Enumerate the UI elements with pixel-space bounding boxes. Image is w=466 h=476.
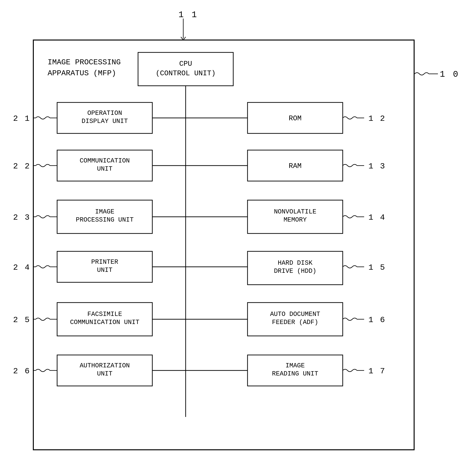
ram-label: RAM	[289, 162, 302, 170]
fax-label1: FACSIMILE	[87, 311, 122, 318]
imgproc-label1: IMAGE	[95, 208, 114, 215]
ref-21-label: 2 1	[13, 114, 30, 123]
rom-label: ROM	[289, 114, 302, 122]
comm-label1: COMMUNICATION	[80, 157, 130, 164]
hdd-label1: HARD DISK	[278, 259, 313, 267]
imgread-label2: READING UNIT	[272, 370, 318, 377]
printer-label1: PRINTER	[91, 258, 118, 266]
ref-13-label: 1 3	[368, 162, 386, 171]
ref-24-label: 2 4	[13, 263, 30, 272]
mfp-label-line1: IMAGE PROCESSING	[47, 58, 121, 67]
ref-14-label: 1 4	[368, 213, 386, 222]
ref-11-label: 1 1	[178, 10, 198, 20]
adf-label1: AUTO DOCUMENT	[270, 311, 320, 318]
imgread-label1: IMAGE	[285, 362, 305, 369]
ref-25-label: 2 5	[13, 316, 30, 325]
hdd-label2: DRIVE (HDD)	[274, 268, 316, 275]
svg-rect-5	[138, 52, 233, 86]
auth-label1: AUTHORIZATION	[80, 362, 130, 369]
cpu-label-line1: CPU	[179, 60, 192, 68]
nvmem-label2: MEMORY	[283, 216, 306, 223]
adf-label2: FEEDER (ADF)	[272, 319, 318, 326]
op-display-label2: DISPLAY UNIT	[82, 118, 128, 125]
auth-label2: UNIT	[97, 370, 113, 377]
imgproc-label2: PROCESSING UNIT	[76, 216, 134, 223]
ref-17-label: 1 7	[368, 367, 386, 376]
ref-23-label: 2 3	[13, 213, 30, 222]
op-display-label1: OPERATION	[87, 110, 122, 117]
ref-12-label: 1 2	[368, 114, 386, 123]
cpu-label-line2: (CONTROL UNIT)	[156, 69, 216, 77]
fax-label2: COMMUNICATION UNIT	[70, 319, 140, 326]
mfp-label-line2: APPARATUS (MFP)	[47, 69, 116, 78]
nvmem-label1: NONVOLATILE	[274, 208, 316, 215]
printer-label2: UNIT	[97, 267, 113, 274]
comm-label2: UNIT	[97, 165, 113, 172]
svg-rect-3	[33, 40, 414, 450]
ref-16-label: 1 6	[368, 316, 386, 325]
ref-10-label: 1 0	[440, 70, 460, 79]
ref-26-label: 2 6	[13, 367, 30, 376]
ref-22-label: 2 2	[13, 162, 30, 171]
ref-15-label: 1 5	[368, 263, 386, 272]
